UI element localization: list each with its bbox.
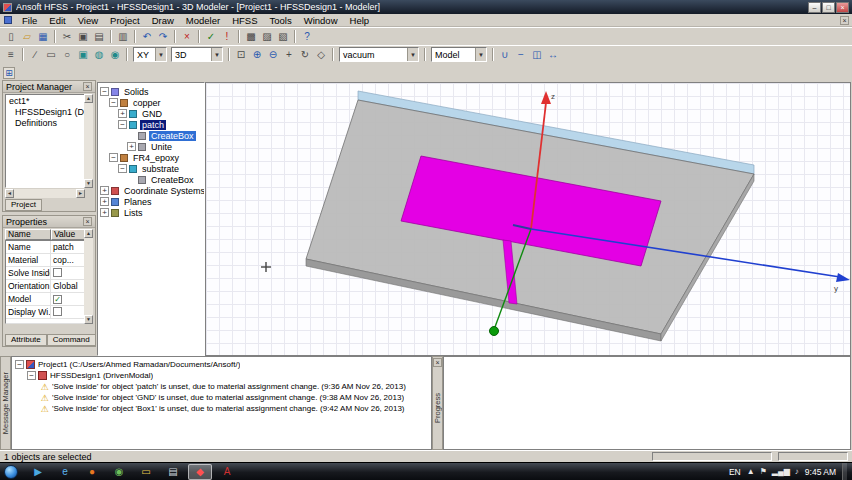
copy-icon[interactable]: ▣ <box>75 30 91 44</box>
zoom-out-icon[interactable]: ⊖ <box>265 48 281 62</box>
boolean-unite-icon[interactable]: ∪ <box>497 48 513 62</box>
menu-tools[interactable]: Tools <box>264 15 298 26</box>
menu-help[interactable]: Help <box>344 15 376 26</box>
property-value[interactable]: ✓ <box>51 293 85 305</box>
fit-all-icon[interactable]: ⊡ <box>233 48 249 62</box>
orient-isometric-icon[interactable]: ◇ <box>313 48 329 62</box>
expand-toggle[interactable]: + <box>100 186 109 195</box>
tab-project[interactable]: Project <box>5 199 42 211</box>
model-tree-item-planes[interactable]: +Planes <box>98 196 204 207</box>
optimetrics-icon[interactable]: ▩ <box>243 30 259 44</box>
boolean-subtract-icon[interactable]: − <box>513 48 529 62</box>
draw-box-icon[interactable]: ▣ <box>75 48 91 62</box>
checkbox-unchecked[interactable] <box>53 307 62 316</box>
model-mode-combo[interactable]: Model▼ <box>431 47 487 62</box>
firefox-icon[interactable]: ● <box>80 464 104 480</box>
message-warning-row[interactable]: ⚠'Solve inside' for object 'GND' is unse… <box>12 392 431 403</box>
windows-explorer-icon[interactable]: ▭ <box>134 464 158 480</box>
model-tree-item-fr4-epoxy[interactable]: −FR4_epoxy <box>98 152 204 163</box>
chrome-icon[interactable]: ◉ <box>107 464 131 480</box>
duplicate-mirror-icon[interactable]: ◫ <box>529 48 545 62</box>
menu-file[interactable]: File <box>16 15 43 26</box>
paste-icon[interactable]: ▤ <box>91 30 107 44</box>
menu-project[interactable]: Project <box>104 15 146 26</box>
model-tree-item-lists[interactable]: +Lists <box>98 207 204 218</box>
properties-vscrollbar[interactable]: ▲ ▼ <box>84 229 93 324</box>
undo-icon[interactable]: ↶ <box>139 30 155 44</box>
show-desktop-button[interactable] <box>842 463 847 480</box>
maximize-button[interactable]: □ <box>822 2 835 13</box>
language-indicator[interactable]: EN <box>729 467 741 477</box>
open-icon[interactable]: ▱ <box>19 30 35 44</box>
scroll-left-icon[interactable]: ◄ <box>5 189 14 198</box>
menu-view[interactable]: View <box>72 15 104 26</box>
message-design-row[interactable]: −HFSSDesign1 (DrivenModal) <box>12 370 431 381</box>
start-button[interactable] <box>4 465 18 479</box>
notepad-icon[interactable]: ▤ <box>161 464 185 480</box>
rotate-view-icon[interactable]: ↻ <box>297 48 313 62</box>
close-button[interactable]: × <box>836 2 849 13</box>
expand-toggle[interactable]: + <box>100 197 109 206</box>
scroll-down-icon[interactable]: ▼ <box>84 315 93 324</box>
project-tree-item[interactable]: Definitions <box>6 118 84 129</box>
message-warning-row[interactable]: ⚠'Solve inside' for object 'Box1' is uns… <box>12 403 431 414</box>
model-tree-item-createbox[interactable]: CreateBox <box>98 174 204 185</box>
draw-line-icon[interactable]: ∕ <box>27 48 43 62</box>
property-value[interactable] <box>51 267 85 279</box>
delete-icon[interactable]: × <box>179 30 195 44</box>
windows-media-player-icon[interactable]: ▶ <box>26 464 50 480</box>
collapse-toggle[interactable]: − <box>100 87 109 96</box>
project-tree-item[interactable]: HFSSDesign1 (DrivenMoc <box>6 107 84 118</box>
menu-hfss[interactable]: HFSS <box>226 15 263 26</box>
properties-close-button[interactable]: × <box>83 217 92 226</box>
scroll-up-icon[interactable]: ▲ <box>84 94 93 103</box>
modeler-viewport[interactable]: z y <box>205 82 851 356</box>
clock[interactable]: 9:45 AM <box>805 467 836 477</box>
collapse-toggle[interactable]: − <box>27 371 36 380</box>
selection-mode-icon[interactable]: ≡ <box>3 48 19 62</box>
draw-sphere-icon[interactable]: ◉ <box>107 48 123 62</box>
project-tree-item[interactable]: ect1* <box>6 96 84 107</box>
help-icon[interactable]: ? <box>299 30 315 44</box>
field-overlays-icon[interactable]: ▧ <box>275 30 291 44</box>
checkbox-unchecked[interactable] <box>53 268 62 277</box>
move-icon[interactable]: ↔ <box>545 48 561 62</box>
show-hidden-icons-icon[interactable]: ▲ <box>747 467 755 476</box>
cut-icon[interactable]: ✂ <box>59 30 75 44</box>
collapse-toggle[interactable]: − <box>118 120 127 129</box>
property-value[interactable]: patch <box>51 241 85 253</box>
close-document-button[interactable]: × <box>840 16 849 25</box>
model-tree-item-copper[interactable]: −copper <box>98 97 204 108</box>
message-warning-row[interactable]: ⚠'Solve inside' for object 'patch' is un… <box>12 381 431 392</box>
hfss-icon[interactable]: ◆ <box>188 464 212 480</box>
checkbox-checked[interactable]: ✓ <box>53 295 62 304</box>
property-value[interactable]: cop... <box>51 254 85 266</box>
menu-modeler[interactable]: Modeler <box>180 15 226 26</box>
material-combo[interactable]: vacuum▼ <box>339 47 419 62</box>
network-icon[interactable]: ▂▄▆ <box>772 467 790 476</box>
expand-toggle[interactable]: + <box>127 142 136 151</box>
view-combo[interactable]: 3D▼ <box>171 47 223 62</box>
project-tree-vscrollbar[interactable]: ▲ ▼ <box>84 94 93 188</box>
expand-toggle[interactable]: + <box>118 109 127 118</box>
progress-close-button[interactable]: × <box>433 358 442 367</box>
collapse-toggle[interactable]: − <box>118 164 127 173</box>
project-tree-hscrollbar[interactable]: ◄ ► <box>5 189 85 198</box>
adobe-reader-icon[interactable]: A <box>215 464 239 480</box>
menu-draw[interactable]: Draw <box>146 15 180 26</box>
model-tree-item-substrate[interactable]: −substrate <box>98 163 204 174</box>
coordinate-system-button[interactable]: ⊞ <box>3 67 15 79</box>
model-tree-item-solids[interactable]: −Solids <box>98 86 204 97</box>
collapse-toggle[interactable]: − <box>15 360 24 369</box>
model-tree-item-coordinate-systems[interactable]: +Coordinate Systems <box>98 185 204 196</box>
project-manager-close-button[interactable]: × <box>83 82 92 91</box>
scroll-up-icon[interactable]: ▲ <box>84 229 93 238</box>
validate-icon[interactable]: ✓ <box>203 30 219 44</box>
analyze-all-icon[interactable]: ! <box>219 30 235 44</box>
collapse-toggle[interactable]: − <box>109 98 118 107</box>
message-manager-side-tab[interactable]: Message Manager <box>0 356 11 450</box>
volume-icon[interactable]: ♪ <box>795 467 799 476</box>
draw-rectangle-icon[interactable]: ▭ <box>43 48 59 62</box>
new-icon[interactable]: ▯ <box>3 30 19 44</box>
collapse-toggle[interactable]: − <box>109 153 118 162</box>
